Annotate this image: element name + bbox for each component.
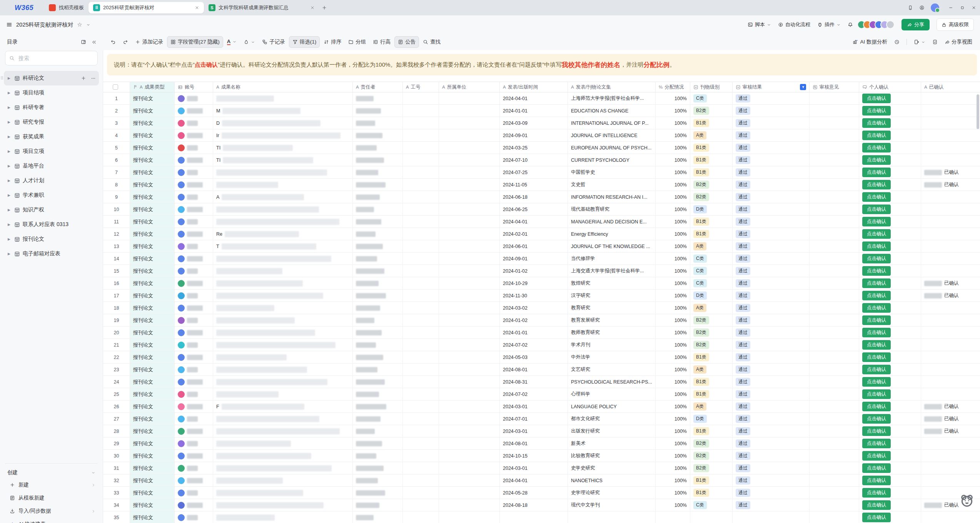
cell-type[interactable]: 报刊论文 — [130, 129, 175, 141]
automation-button[interactable]: 自动化流程 — [778, 21, 810, 28]
close-tab-icon[interactable] — [195, 5, 199, 10]
cell-num[interactable]: 21 — [103, 339, 130, 351]
cell-name[interactable] — [213, 376, 353, 388]
cell-date[interactable]: 2024-01-01 — [500, 105, 568, 117]
cell-empid[interactable] — [403, 179, 439, 191]
cell-journal[interactable]: 教育研究 — [568, 302, 656, 314]
column-header-name[interactable]: A成果名称 — [213, 82, 353, 92]
cell-num[interactable]: 24 — [103, 376, 130, 388]
cell-type[interactable]: 报刊论文 — [130, 191, 175, 203]
cell-unit[interactable] — [439, 388, 500, 400]
cell-date[interactable]: 2024-05-03 — [500, 351, 568, 363]
confirm-button[interactable]: 点击确认 — [862, 513, 891, 522]
cell-confirmed[interactable] — [921, 511, 980, 523]
undo-button[interactable] — [107, 37, 119, 47]
cell-result[interactable]: 通过 — [733, 401, 810, 412]
cell-level[interactable]: A类 — [690, 240, 733, 252]
plugin-button[interactable]: 插件 — [817, 21, 841, 28]
cell-alloc[interactable]: 100% — [656, 376, 690, 388]
cell-unit[interactable] — [439, 450, 500, 462]
cell-confirmed[interactable]: 已确认 — [921, 290, 980, 302]
cell-confirm[interactable]: 点击确认 — [859, 450, 921, 462]
confirm-button[interactable]: 点击确认 — [862, 278, 891, 288]
cell-date[interactable]: 2024-03-01 — [500, 462, 568, 474]
cell-alloc[interactable] — [656, 511, 690, 523]
export-button[interactable] — [911, 37, 928, 47]
cell-alloc[interactable]: 100% — [656, 216, 690, 228]
cell-journal[interactable]: 出版发行研究 — [568, 425, 656, 437]
confirm-button[interactable]: 点击确认 — [862, 451, 891, 461]
confirm-button[interactable]: 点击确认 — [862, 168, 891, 177]
cell-empid[interactable] — [403, 277, 439, 289]
cell-type[interactable]: 报刊论文 — [130, 450, 175, 462]
cell-alloc[interactable]: 100% — [656, 203, 690, 215]
group-button[interactable]: 分组 — [345, 37, 369, 47]
cell-journal[interactable]: PSYCHOLOGICAL RESEARCH-PS... — [568, 376, 656, 388]
cell-empid[interactable] — [403, 499, 439, 511]
cell-result[interactable]: 通过 — [733, 413, 810, 425]
sidebar-item-8[interactable]: ⠿ ▶ 人才计划 — [4, 173, 99, 188]
sidebar-item-2[interactable]: ⠿ ▶ 项目结项 — [4, 85, 99, 100]
cell-confirm[interactable]: 点击确认 — [859, 191, 921, 203]
cell-result[interactable]: 通过 — [733, 351, 810, 363]
cell-name[interactable]: A — [213, 191, 353, 203]
cell-empid[interactable] — [403, 474, 439, 486]
cell-confirmed[interactable] — [921, 129, 980, 141]
cell-empid[interactable] — [403, 462, 439, 474]
cell-level[interactable]: B1类 — [690, 216, 733, 228]
advanced-permission-button[interactable]: 高级权限 — [937, 18, 974, 31]
add-record-button[interactable]: 添加记录 — [132, 37, 166, 47]
cell-confirm[interactable]: 点击确认 — [859, 92, 921, 104]
cell-result[interactable]: 通过 — [733, 277, 810, 289]
cell-account[interactable] — [175, 474, 213, 486]
cell-date[interactable]: 2024-07-01 — [500, 413, 568, 425]
cell-num[interactable]: 23 — [103, 364, 130, 375]
cell-result[interactable]: 通过 — [733, 216, 810, 228]
cell-num[interactable]: 22 — [103, 351, 130, 363]
cell-num[interactable]: 3 — [103, 117, 130, 129]
cell-level[interactable]: B1类 — [690, 351, 733, 363]
cell-journal[interactable]: 上海师范大学学报(哲学社会科学... — [568, 92, 656, 104]
cell-confirmed[interactable] — [921, 154, 980, 166]
cell-date[interactable]: 2024-05-28 — [500, 487, 568, 499]
cell-alloc[interactable]: 100% — [656, 154, 690, 166]
cell-result[interactable]: 通过 — [733, 203, 810, 215]
cell-name[interactable] — [213, 474, 353, 486]
expand-caret-icon[interactable]: ▶ — [8, 252, 12, 256]
cell-confirmed[interactable] — [921, 339, 980, 351]
cell-date[interactable]: 2024-08-01 — [500, 438, 568, 449]
cell-empid[interactable] — [403, 425, 439, 437]
cell-opinion[interactable] — [810, 314, 859, 326]
cell-type[interactable]: 报刊论文 — [130, 438, 175, 449]
cell-confirmed[interactable]: 已确认 — [921, 413, 980, 425]
cell-confirm[interactable]: 点击确认 — [859, 240, 921, 252]
cell-account[interactable] — [175, 203, 213, 215]
cell-alloc[interactable]: 100% — [656, 92, 690, 104]
collaborator-avatars[interactable] — [860, 20, 895, 29]
cell-journal[interactable]: CURRENT PSYCHOLOGY — [568, 154, 656, 166]
cell-resp[interactable] — [353, 142, 403, 154]
cell-confirm[interactable]: 点击确认 — [859, 314, 921, 326]
cell-unit[interactable] — [439, 290, 500, 302]
expand-caret-icon[interactable]: ▶ — [8, 164, 12, 168]
cell-journal[interactable]: 比较教育研究 — [568, 450, 656, 462]
cell-opinion[interactable] — [810, 240, 859, 252]
sidebar-item-12[interactable]: ⠿ ▶ 报刊论文 — [4, 232, 99, 246]
cell-account[interactable] — [175, 277, 213, 289]
cell-num[interactable]: 10 — [103, 203, 130, 215]
cell-date[interactable]: 2024-06-18 — [500, 191, 568, 203]
cell-empid[interactable] — [403, 166, 439, 178]
cell-num[interactable]: 31 — [103, 462, 130, 474]
cell-opinion[interactable] — [810, 302, 859, 314]
cell-type[interactable]: 报刊论文 — [130, 216, 175, 228]
cell-name[interactable]: TI — [213, 154, 353, 166]
cell-journal[interactable]: 新美术 — [568, 438, 656, 449]
cell-resp[interactable] — [353, 327, 403, 339]
cell-name[interactable]: D — [213, 117, 353, 129]
cell-account[interactable] — [175, 265, 213, 277]
user-circle-icon[interactable] — [919, 5, 925, 10]
cell-empid[interactable] — [403, 339, 439, 351]
cell-resp[interactable] — [353, 388, 403, 400]
collaborator-avatar[interactable] — [886, 20, 895, 29]
cell-type[interactable]: 报刊论文 — [130, 462, 175, 474]
